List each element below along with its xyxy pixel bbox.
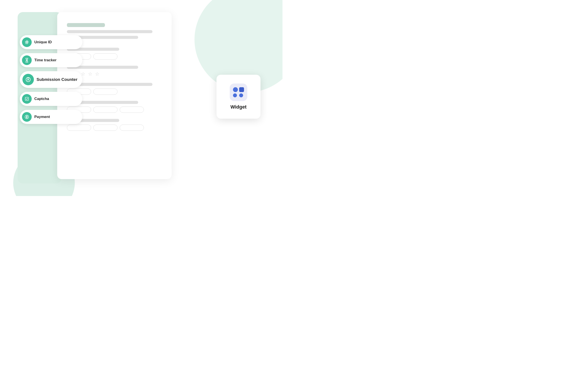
submission-counter-label: Submission Counter [37, 77, 77, 82]
hourglass-icon [22, 55, 32, 65]
widget-label: Widget [230, 104, 246, 110]
counter-svg [25, 77, 31, 82]
star-4[interactable]: ☆ [88, 71, 93, 77]
svg-rect-5 [25, 97, 29, 101]
svg-line-3 [27, 41, 28, 44]
svg-line-2 [26, 41, 26, 44]
sidebar-items-list: Unique ID Time tracker Submission Cou [20, 35, 82, 124]
form-bar-1 [67, 30, 152, 33]
sidebar-item-unique-id[interactable]: Unique ID [20, 35, 82, 49]
sidebar-item-time-tracker[interactable]: Time tracker [20, 53, 82, 67]
captcha-icon [22, 94, 32, 104]
sidebar-item-submission-counter[interactable]: Submission Counter [20, 71, 82, 88]
form-pill-7[interactable] [120, 107, 144, 113]
captcha-svg [24, 97, 29, 101]
star-5[interactable]: ☆ [95, 71, 100, 77]
form-pill-9[interactable] [93, 125, 118, 131]
payment-svg [24, 114, 29, 119]
form-pill-4[interactable] [93, 89, 118, 95]
payment-label: Payment [34, 115, 50, 119]
hash-svg [24, 40, 29, 45]
widget-dot-4 [239, 93, 243, 97]
form-pill-2[interactable] [93, 53, 118, 59]
widget-card[interactable]: Widget [217, 75, 261, 119]
widget-dot-3 [233, 93, 237, 97]
sidebar-item-captcha[interactable]: Captcha [20, 92, 82, 106]
widget-dots [233, 87, 244, 97]
form-accent-bar [67, 23, 105, 27]
form-pill-10[interactable] [120, 125, 144, 131]
form-pill-8[interactable] [67, 125, 91, 131]
captcha-label: Captcha [34, 97, 49, 101]
hourglass-svg [24, 58, 29, 63]
counter-icon [22, 74, 34, 85]
form-pill-6[interactable] [93, 107, 118, 113]
hash-icon [22, 37, 32, 47]
widget-dot-1 [233, 87, 238, 92]
widget-icon-group [230, 84, 247, 101]
form-row-4 [67, 125, 162, 131]
sidebar-item-payment[interactable]: Payment [20, 110, 82, 124]
scene: ☆ ☆ ☆ ☆ ☆ [0, 0, 282, 196]
unique-id-label: Unique ID [34, 40, 52, 44]
time-tracker-label: Time tracker [34, 58, 57, 62]
widget-dot-2 [239, 87, 244, 92]
payment-icon [22, 112, 32, 122]
